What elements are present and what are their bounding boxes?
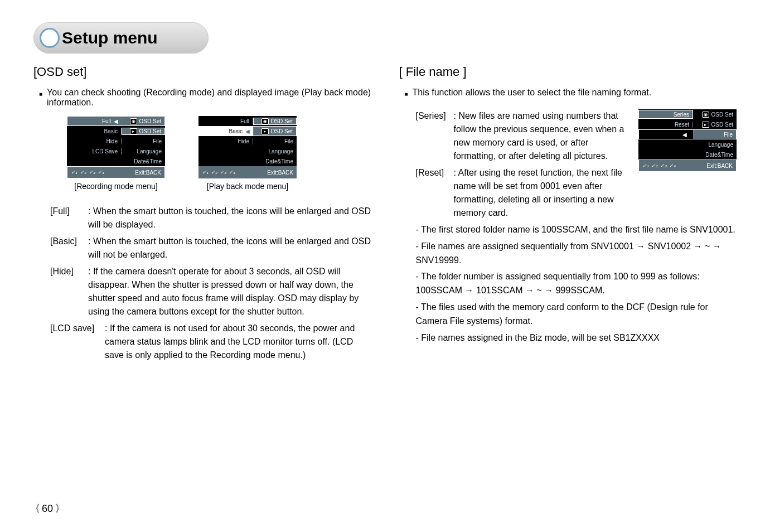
playback-mode-screenshot: Full ◉OSD Set Basic◀ ▸OSD Set Hide File	[198, 116, 297, 191]
lcd2-cat-osdset2: OSD Set	[271, 128, 293, 134]
filename-intro-text: This function allows the user to select …	[413, 88, 652, 101]
softkey-icons: ✓₁✓₂✓₃✓₄	[202, 170, 235, 175]
bullet-square-icon: ■	[39, 88, 42, 108]
section-title-banner: Setup menu	[33, 22, 209, 54]
lcd3-cat-osdset2: OSD Set	[711, 122, 733, 128]
lcd-cat-file: File	[153, 138, 162, 144]
lcd3-opt-series: Series	[674, 112, 689, 118]
page-number-value: 60	[42, 503, 53, 515]
play-caption: [Play back mode menu]	[198, 182, 297, 191]
camera-icon: ◉	[130, 118, 137, 124]
lcd-cat-osdset: OSD Set	[139, 118, 161, 124]
lcd3-cat-file: File	[724, 132, 733, 138]
softkey-icons: ✓₁✓₂✓₃✓₄	[71, 170, 104, 175]
arrow-left-icon: ◀	[682, 132, 687, 138]
osd-heading: [OSD set]	[33, 65, 371, 79]
lcd-opt-basic: Basic	[104, 128, 118, 134]
def-full-text: : When the smart button is touched, the …	[88, 205, 371, 231]
osd-intro: ■ You can check shooting (Recording mode…	[33, 88, 371, 108]
def-reset-text: : After using the reset function, the ne…	[454, 166, 629, 220]
detail-3: - The folder number is assigned sequenti…	[416, 270, 737, 298]
detail-2: - File names are assigned sequentially f…	[416, 240, 737, 268]
def-series-text: : New files are named using numbers that…	[454, 109, 629, 163]
lcd-opt-full: Full	[102, 118, 111, 124]
lcd-opt-hide: Hide	[106, 138, 118, 144]
osd-intro-text: You can check shooting (Recording mode) …	[47, 88, 371, 108]
play-icon: ▸	[130, 128, 137, 134]
def-series-label: [Series]	[416, 109, 454, 163]
def-lcdsave-label: [LCD save]	[50, 322, 105, 362]
lcd2-exit: Exit:BACK	[267, 170, 293, 176]
lcd3-cat-language: Language	[709, 142, 734, 148]
def-hide-label: [Hide]	[50, 265, 88, 318]
lcd2-cat-file: File	[284, 138, 293, 144]
left-column: [OSD set] ■ You can check shooting (Reco…	[33, 65, 371, 365]
rec-caption: [Recording mode menu]	[67, 182, 165, 191]
lcd-exit: Exit:BACK	[135, 170, 161, 176]
lcd3-exit: Exit:BACK	[706, 163, 733, 169]
lcd2-cat-osdset: OSD Set	[271, 118, 293, 124]
lcd-cat-osdset2: OSD Set	[139, 128, 161, 134]
lcd-cat-language: Language	[137, 148, 162, 154]
lcd3-cat-osdset: OSD Set	[711, 112, 733, 118]
lcd2-cat-language: Language	[269, 148, 294, 154]
chevron-left-icon: 《	[32, 502, 40, 515]
filename-heading: [ File name ]	[399, 65, 737, 79]
recording-mode-screenshot: Full◀ ◉OSD Set Basic ▸OSD Set Hide File	[67, 116, 165, 191]
detail-5: - File names assigned in the Biz mode, w…	[416, 331, 737, 345]
camera-icon: ◉	[261, 118, 269, 124]
softkey-icons: ✓₁✓₂✓₃✓₄	[642, 163, 676, 168]
section-title: Setup menu	[62, 28, 158, 47]
def-basic-label: [Basic]	[50, 235, 88, 262]
lcd2-opt-hide: Hide	[238, 138, 249, 144]
detail-1: - The first stored folder name is 100SSC…	[416, 223, 737, 237]
lcd2-cat-datetime: Date&Time	[265, 158, 293, 165]
lcd3-cat-datetime: Date&Time	[705, 152, 733, 158]
bullet-square-icon: ■	[405, 88, 408, 101]
right-column: [ File name ] ■ This function allows the…	[399, 65, 737, 365]
lcd-cat-datetime: Date&Time	[134, 158, 162, 165]
def-lcdsave-text: : If the camera is not used for about 30…	[105, 322, 371, 362]
chevron-right-icon: 》	[56, 502, 63, 515]
play-icon: ▸	[261, 128, 269, 134]
filename-screenshot: Series ◉OSD Set Reset ▸OSD Set ◀ File La…	[638, 109, 737, 172]
lcd-opt-lcdsave: LCD Save	[92, 148, 118, 154]
def-reset-label: [Reset]	[416, 166, 454, 220]
detail-4: - The files used with the memory card co…	[416, 301, 737, 328]
def-full-label: [Full]	[50, 205, 88, 231]
def-basic-text: : When the smart button is touched, the …	[88, 235, 371, 262]
lcd2-opt-full: Full	[240, 118, 249, 124]
def-hide-text: : If the camera doesn't operate for abou…	[88, 265, 371, 318]
arrow-left-icon: ◀	[114, 118, 118, 124]
page-number: 《60》	[31, 502, 64, 515]
filename-intro: ■ This function allows the user to selec…	[399, 88, 737, 101]
play-icon: ▸	[702, 122, 709, 128]
lcd3-opt-reset: Reset	[675, 122, 689, 128]
arrow-left-icon: ◀	[245, 128, 250, 134]
lcd2-opt-basic: Basic	[229, 128, 243, 134]
camera-icon: ◉	[702, 112, 709, 118]
